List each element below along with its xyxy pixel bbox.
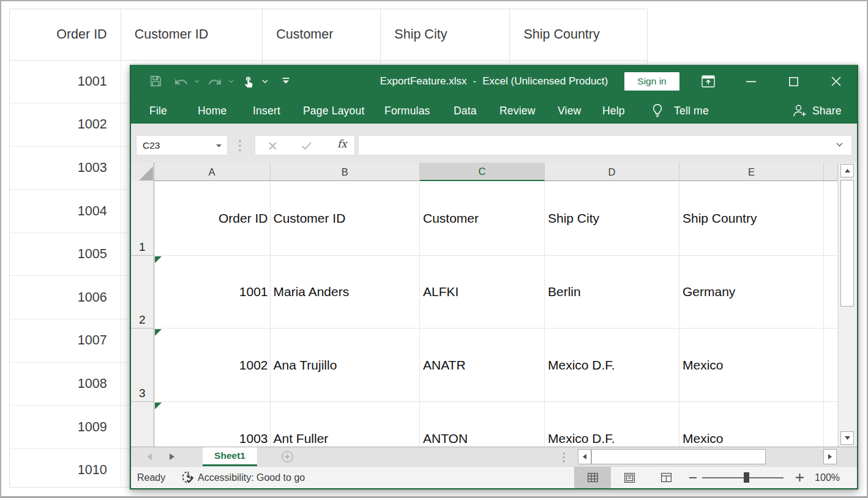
formula-input[interactable] bbox=[358, 135, 852, 155]
name-box-dropdown-icon[interactable] bbox=[216, 144, 222, 147]
enter-check-icon[interactable] bbox=[302, 142, 312, 150]
vertical-scrollbar[interactable] bbox=[838, 163, 857, 447]
cell-c3[interactable]: ANATR bbox=[420, 329, 545, 402]
normal-view-button[interactable] bbox=[574, 467, 611, 488]
sheet-nav-prev-button[interactable] bbox=[147, 447, 152, 466]
cell-flag-icon bbox=[155, 329, 162, 336]
grid-cell-order-id: 1009 bbox=[10, 406, 121, 448]
scroll-up-button[interactable] bbox=[840, 164, 854, 177]
grid-header-order-id[interactable]: Order ID bbox=[10, 9, 121, 60]
sign-in-button[interactable]: Sign in bbox=[624, 72, 679, 91]
cell-e4[interactable]: Mexico bbox=[679, 402, 824, 447]
tab-label: Home bbox=[198, 105, 226, 117]
cell-a2[interactable]: 1001 bbox=[154, 256, 271, 329]
customize-qat-icon[interactable] bbox=[282, 78, 290, 84]
column-header-c[interactable]: C bbox=[420, 163, 545, 181]
cell-a1[interactable]: Order ID bbox=[154, 181, 271, 256]
tab-bar-drag-dots[interactable] bbox=[563, 452, 565, 463]
cell-f4[interactable] bbox=[824, 402, 838, 447]
redo-icon[interactable] bbox=[208, 75, 222, 89]
undo-icon[interactable] bbox=[174, 75, 189, 89]
page-break-preview-button[interactable] bbox=[648, 467, 684, 488]
tab-view[interactable]: View bbox=[558, 98, 581, 124]
hscroll-right-button[interactable] bbox=[823, 449, 837, 464]
grid-header-customer-id[interactable]: Customer ID bbox=[121, 9, 263, 60]
close-button[interactable] bbox=[822, 65, 850, 98]
zoom-slider-track[interactable] bbox=[702, 477, 784, 478]
zoom-slider-thumb[interactable] bbox=[744, 472, 749, 483]
select-all-button[interactable] bbox=[131, 163, 154, 181]
cell-e1[interactable]: Ship Country bbox=[679, 181, 824, 256]
tab-formulas[interactable]: Formulas bbox=[384, 98, 430, 124]
cell-f1[interactable] bbox=[824, 181, 838, 256]
column-header-e[interactable]: E bbox=[679, 163, 824, 181]
vertical-scroll-thumb[interactable] bbox=[840, 180, 854, 307]
name-box[interactable]: C23 bbox=[136, 135, 228, 155]
new-sheet-button[interactable] bbox=[282, 451, 293, 463]
cell-d3[interactable]: Mexico D.F. bbox=[545, 329, 679, 402]
cell-d4[interactable]: Mexico D.F. bbox=[545, 402, 679, 447]
formula-bar-expand-icon[interactable] bbox=[836, 143, 843, 147]
accessibility-status[interactable]: Accessibility: Good to go bbox=[181, 467, 305, 488]
column-header-d[interactable]: D bbox=[545, 163, 679, 181]
tab-insert[interactable]: Insert bbox=[253, 98, 280, 124]
tab-help[interactable]: Help bbox=[602, 98, 625, 124]
insert-function-icon[interactable]: fx bbox=[337, 138, 347, 150]
cell-c1[interactable]: Customer bbox=[420, 181, 545, 256]
sheet-nav-next-button[interactable] bbox=[170, 447, 174, 466]
zoom-in-button[interactable] bbox=[793, 467, 806, 488]
column-header-b[interactable]: B bbox=[271, 163, 421, 181]
cell-e2[interactable]: Germany bbox=[679, 256, 824, 329]
cell-b4[interactable]: Ant Fuller bbox=[271, 402, 421, 447]
redo-dropdown-icon[interactable] bbox=[228, 80, 234, 83]
tab-file[interactable]: File bbox=[149, 98, 167, 124]
cell-d2[interactable]: Berlin bbox=[545, 256, 679, 329]
cancel-icon[interactable] bbox=[269, 142, 277, 150]
grid-header-ship-city[interactable]: Ship City bbox=[381, 9, 510, 60]
cell-c2[interactable]: ALFKI bbox=[420, 256, 545, 329]
cell-a3[interactable]: 1002 bbox=[154, 329, 271, 402]
tab-page-layout[interactable]: Page Layout bbox=[303, 98, 364, 124]
grid-header-customer[interactable]: Customer bbox=[263, 9, 381, 60]
undo-dropdown-icon[interactable] bbox=[194, 80, 200, 83]
cell-b2[interactable]: Maria Anders bbox=[271, 256, 421, 329]
row-header-2[interactable]: 2 bbox=[131, 256, 154, 329]
column-header-f-sliver[interactable] bbox=[824, 163, 838, 181]
tell-me-button[interactable]: Tell me bbox=[651, 98, 709, 124]
cell-value: Order ID bbox=[219, 211, 268, 226]
formula-bar-separator-dots[interactable] bbox=[239, 139, 241, 152]
row-header-4[interactable] bbox=[131, 402, 154, 447]
cell-d1[interactable]: Ship City bbox=[545, 181, 679, 256]
save-icon[interactable] bbox=[150, 75, 162, 87]
cell-b1[interactable]: Customer ID bbox=[271, 181, 421, 256]
row-header-1[interactable]: 1 bbox=[131, 181, 154, 256]
ribbon-display-options-button[interactable] bbox=[694, 65, 722, 98]
tab-data[interactable]: Data bbox=[454, 98, 477, 124]
row-header-label: 2 bbox=[139, 313, 146, 327]
grid-header-ship-country[interactable]: Ship Country bbox=[510, 9, 647, 60]
cell-value: ANATR bbox=[423, 358, 466, 373]
scroll-down-button[interactable] bbox=[840, 431, 854, 445]
sheet-tab-sheet1[interactable]: Sheet1 bbox=[203, 447, 257, 466]
horizontal-scroll-thumb[interactable] bbox=[591, 449, 766, 464]
maximize-button[interactable] bbox=[779, 65, 807, 98]
tab-home[interactable]: Home bbox=[198, 98, 226, 124]
page-layout-view-button[interactable] bbox=[611, 467, 648, 488]
zoom-out-button[interactable] bbox=[687, 467, 699, 488]
column-header-a[interactable]: A bbox=[154, 163, 271, 181]
minimize-button[interactable] bbox=[737, 65, 765, 98]
share-button[interactable]: Share bbox=[792, 98, 842, 124]
grid-cell-order-id: 1005 bbox=[10, 233, 121, 276]
cell-e3[interactable]: Mexico bbox=[679, 329, 824, 402]
touch-mode-dropdown-icon[interactable] bbox=[262, 80, 268, 84]
cell-f3[interactable] bbox=[824, 329, 838, 402]
cell-b3[interactable]: Ana Trujillo bbox=[271, 329, 421, 402]
cell-c4[interactable]: ANTON bbox=[420, 402, 545, 447]
cell-a4[interactable]: 1003 bbox=[154, 402, 271, 447]
hscroll-left-button[interactable] bbox=[578, 449, 591, 464]
touch-mouse-mode-icon[interactable] bbox=[242, 74, 255, 89]
cell-f2[interactable] bbox=[824, 256, 838, 329]
zoom-level[interactable]: 100% bbox=[808, 467, 840, 488]
tab-review[interactable]: Review bbox=[499, 98, 536, 124]
row-header-3[interactable]: 3 bbox=[131, 329, 154, 402]
